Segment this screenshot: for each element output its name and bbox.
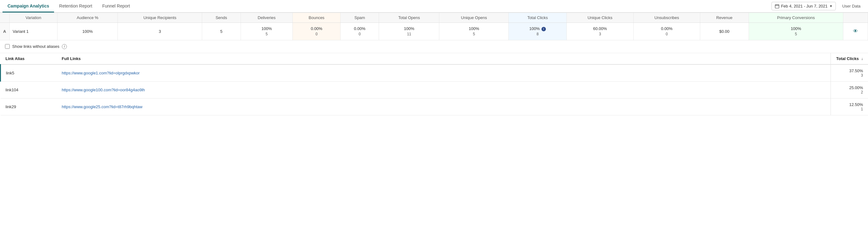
unique-clicks-count: 3 (599, 32, 601, 37)
audience-pct: 100% (58, 23, 118, 40)
bounces-pct: 0.00% (311, 26, 322, 32)
col-header-total-clicks[interactable]: Total Clicks ↓ (831, 53, 868, 64)
up-trend-icon: ⇧ (541, 27, 546, 31)
links-table-header-row: Link Alias Full Links Total Clicks ↓ (1, 53, 868, 64)
user-data-button[interactable]: User Data (840, 2, 863, 10)
links-table: Link Alias Full Links Total Clicks ↓ lin… (0, 53, 868, 115)
unique-opens-pct: 100% (469, 26, 479, 32)
col-header-total-clicks: Total Clicks (509, 13, 566, 23)
unique-clicks: 60.00% 3 (566, 23, 633, 40)
eye-icon[interactable]: 👁 (853, 28, 858, 34)
show-links-checkbox[interactable] (5, 44, 10, 49)
link-alias: link104 (1, 81, 57, 98)
tab-funnel-report[interactable]: Funnel Report (97, 0, 135, 12)
spam-pct: 0.00% (354, 26, 366, 32)
primary-conv-count: 5 (795, 32, 797, 37)
unsubscribes-pct: 0.00% (661, 26, 673, 32)
checkbox-section: Show links without aliases i (0, 40, 868, 53)
col-header-bounces: Bounces (293, 13, 341, 23)
unique-clicks-pct: 60.00% (593, 26, 607, 32)
bounces: 0.00% 0 (293, 23, 341, 40)
deliveries-count: 5 (266, 32, 268, 37)
unique-clicks-cell: 60.00% 3 (570, 26, 630, 37)
tab-retention-report[interactable]: Retention Report (54, 0, 97, 12)
date-range-button[interactable]: Feb 4, 2021 - Jun 7, 2021 ▼ (771, 2, 836, 10)
col-header-primary-conversions: Primary Conversions (749, 13, 843, 23)
chevron-down-icon: ▼ (830, 4, 833, 8)
unsubscribes-cell: 0.00% 0 (637, 26, 697, 37)
sends: 5 (202, 23, 241, 40)
tabs-left: Campaign Analytics Retention Report Funn… (2, 0, 135, 12)
tab-campaign-analytics[interactable]: Campaign Analytics (2, 0, 54, 12)
full-link[interactable]: https://www.google25.com?lid=t87rh9bqhta… (57, 98, 831, 115)
total-opens-pct: 100% (404, 26, 414, 32)
primary-conv-cell: 100% 5 (752, 26, 840, 37)
links-table-wrap: Link Alias Full Links Total Clicks ↓ lin… (0, 53, 868, 115)
unsubscribes: 0.00% 0 (633, 23, 700, 40)
table-row: A Variant 1 100% 3 5 100% 5 0.00% 0 (0, 23, 868, 40)
link-alias: link29 (1, 98, 57, 115)
total-clicks-value: 37.50% 3 (831, 64, 868, 82)
link-table-row: link5https://www.google1.com?lid=olprgdx… (1, 64, 868, 82)
header-right: Feb 4, 2021 - Jun 7, 2021 ▼ User Data (769, 0, 866, 12)
row-label: A (0, 23, 9, 40)
col-header-spam: Spam (340, 13, 379, 23)
calendar-icon (775, 4, 779, 8)
unique-opens-count: 5 (473, 32, 475, 37)
deliveries-cell: 100% 5 (244, 26, 290, 37)
unique-recipients: 3 (118, 23, 202, 40)
show-links-label[interactable]: Show links without aliases (12, 44, 59, 49)
col-header-link-alias: Link Alias (1, 53, 57, 64)
col-header-sends: Sends (202, 13, 241, 23)
total-clicks: 100% ⇧ 8 (509, 23, 566, 40)
total-opens: 100% 11 (379, 23, 439, 40)
spam-cell: 0.00% 0 (344, 26, 376, 37)
unsubscribes-count: 0 (666, 32, 668, 37)
unique-opens: 100% 5 (439, 23, 509, 40)
col-header-deliveries: Deliveries (241, 13, 293, 23)
spam: 0.00% 0 (340, 23, 379, 40)
bounces-count: 0 (316, 32, 318, 37)
analytics-table: Variation Audience % Unique Recipients S… (0, 13, 868, 40)
svg-rect-0 (775, 4, 779, 8)
total-clicks-cell: 100% ⇧ 8 (512, 26, 563, 37)
col-header-revenue: Revenue (700, 13, 749, 23)
link-table-row: link29https://www.google25.com?lid=t87rh… (1, 98, 868, 115)
total-clicks-value: 12.50% 1 (831, 98, 868, 115)
col-header-unique-clicks: Unique Clicks (566, 13, 633, 23)
total-opens-count: 11 (407, 32, 411, 37)
col-header-audience-pct: Audience % (58, 13, 118, 23)
info-icon: i (62, 44, 67, 49)
variation-name: Variant 1 (9, 23, 58, 40)
full-link[interactable]: https://www.google1.com?lid=olprgdxpwkor (57, 64, 831, 82)
total-clicks-value: 25.00% 2 (831, 81, 868, 98)
revenue: $0.00 (700, 23, 749, 40)
total-clicks-pct: 100% ⇧ (529, 26, 546, 32)
spam-count: 0 (359, 32, 361, 37)
total-opens-cell: 100% 11 (382, 26, 436, 37)
row-actions[interactable]: 👁 (843, 23, 868, 40)
col-header-unique-opens: Unique Opens (439, 13, 509, 23)
deliveries-pct: 100% (261, 26, 272, 32)
total-clicks-count: 8 (536, 32, 539, 37)
col-header-actions (843, 13, 868, 23)
col-header-unique-recipients: Unique Recipients (118, 13, 202, 23)
col-header-empty (0, 13, 9, 23)
unique-opens-cell: 100% 5 (442, 26, 505, 37)
date-range-label: Feb 4, 2021 - Jun 7, 2021 (781, 4, 828, 8)
col-header-total-opens: Total Opens (379, 13, 439, 23)
analytics-table-wrap: Variation Audience % Unique Recipients S… (0, 13, 868, 40)
col-header-variation: Variation (9, 13, 58, 23)
primary-conversions: 100% 5 (749, 23, 843, 40)
link-alias: link5 (1, 64, 57, 82)
col-header-full-links: Full Links (57, 53, 831, 64)
deliveries: 100% 5 (241, 23, 293, 40)
col-header-unsubscribes: Unsubscribes (633, 13, 700, 23)
bounces-cell: 0.00% 0 (296, 26, 337, 37)
link-table-row: link104https://www.google100.com?lid=oor… (1, 81, 868, 98)
sort-arrow-icon: ↓ (861, 57, 863, 61)
full-link[interactable]: https://www.google100.com?lid=oor84g4ao9… (57, 81, 831, 98)
tabs-bar: Campaign Analytics Retention Report Funn… (0, 0, 868, 13)
primary-conv-pct: 100% (791, 26, 801, 32)
